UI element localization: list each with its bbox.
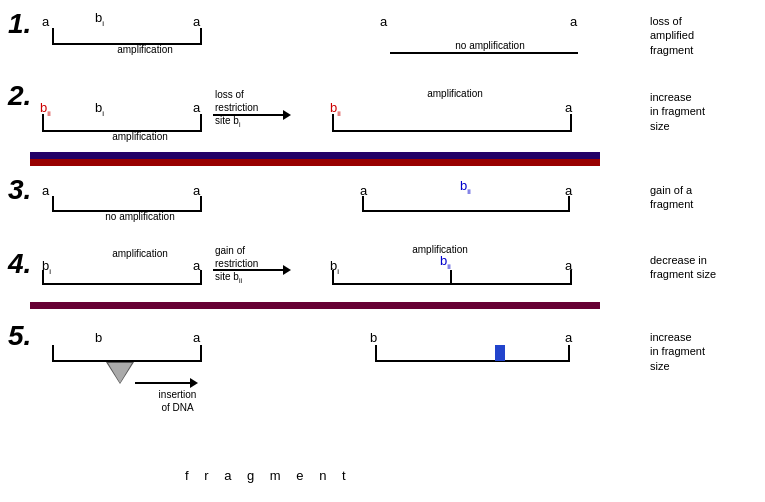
row-5-label: 5. (8, 320, 31, 352)
r1-left-a2: a (193, 14, 200, 29)
r2-right-amp: amplification (390, 88, 520, 99)
r1-left-bi: bi (95, 10, 104, 28)
r2-left-bracket-right (200, 114, 202, 131)
color-bar-bottom (30, 159, 600, 166)
fragment-text: f r a g m e n t (185, 468, 352, 483)
r3-left-vl (52, 196, 54, 211)
color-bar-2 (30, 302, 600, 309)
row-2-label: 2. (8, 80, 31, 112)
r3-right-bii: bii (460, 178, 471, 196)
r1-left-bracket-left (52, 28, 54, 44)
r1-right-line (390, 52, 578, 54)
r2-loss-label: loss ofrestrictionsite bi (215, 88, 295, 129)
r1-no-amplification: no amplification (410, 40, 570, 51)
r3-no-amp: no amplification (75, 211, 205, 222)
r2-right-bracket-left (332, 114, 334, 131)
r2-right-bracket-right (570, 114, 572, 131)
r4-left-vl (42, 270, 44, 284)
r4-left-amp: amplification (75, 248, 205, 259)
insertion-triangle-fill (108, 363, 132, 383)
r4-gain-label: gain ofrestrictionsite bii (215, 244, 295, 285)
r1-left-bracket-right (200, 28, 202, 44)
r1-right-a2: a (570, 14, 577, 29)
r2-left-bracket-left (42, 114, 44, 131)
r4-right-bii: bii (440, 253, 451, 271)
r1-amplification-label: amplification (80, 44, 210, 55)
r1-right-a1: a (380, 14, 387, 29)
r1-left-a1: a (42, 14, 49, 29)
r3-right-vr (568, 196, 570, 211)
r4-inner-vl (450, 270, 452, 284)
row-4-label: 4. (8, 248, 31, 280)
row-3-label: 3. (8, 174, 31, 206)
r5-right-vr (568, 345, 570, 361)
r4-inner-bracket-b (450, 283, 572, 285)
r5-right-a: a (565, 330, 572, 345)
r5-left-b: b (95, 330, 102, 345)
r5-left-a: a (193, 330, 200, 345)
r2-right-bracket-bottom (332, 130, 572, 132)
r4-left-vr (200, 270, 202, 284)
r5-insertion-label: insertionof DNA (140, 388, 215, 414)
r4-right-vr (570, 270, 572, 284)
r5-arrow (135, 378, 198, 388)
r3-right-bracket-b (362, 210, 570, 212)
r3-right-vl (362, 196, 364, 211)
r2-left-bi: bi (95, 100, 104, 118)
r1-desc: loss ofamplifiedfragment (650, 14, 760, 57)
r2-desc: increasein fragmentsize (650, 90, 760, 133)
r5-desc: increasein fragmentsize (650, 330, 760, 373)
r5-right-b: b (370, 330, 377, 345)
r2-left-a: a (193, 100, 200, 115)
r2-left-amp: amplification (75, 131, 205, 142)
r4-desc: decrease infragment size (650, 253, 760, 282)
r5-right-bracket-b (375, 360, 570, 362)
r5-right-vl (375, 345, 377, 361)
r4-right-amp: amplification (390, 244, 490, 255)
r4-right-vl (332, 270, 334, 284)
r5-left-vl (52, 345, 54, 361)
r2-right-a: a (565, 100, 572, 115)
diagram-container: 1. a bi a amplification a a no amplifica… (0, 0, 765, 502)
r3-left-vr (200, 196, 202, 211)
r3-left-a1: a (42, 183, 49, 198)
row-1-label: 1. (8, 8, 31, 40)
r3-desc: gain of afragment (650, 183, 760, 212)
color-bar-top (30, 152, 600, 159)
r4-left-bracket-b (42, 283, 202, 285)
r5-left-vr (200, 345, 202, 361)
blue-insertion-stripe (495, 345, 505, 361)
